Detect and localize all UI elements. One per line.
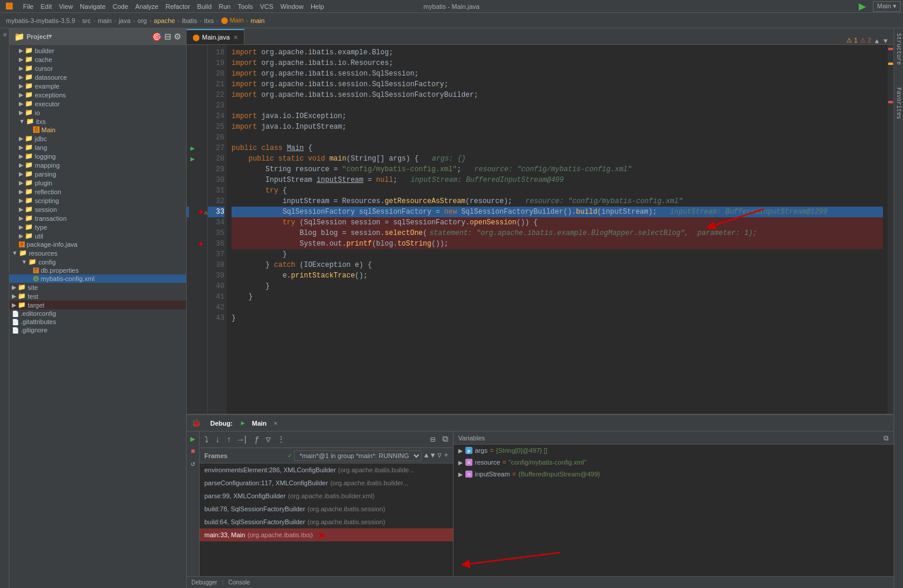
var-item-inputstream[interactable]: ▶ = inputStream = {BufferedInputStream@4… — [454, 468, 894, 480]
tree-item-main-java[interactable]: 🅶 Main — [9, 126, 186, 134]
tree-item-db-properties[interactable]: 🅿 db.properties — [9, 266, 186, 275]
breadcrumb-project[interactable]: mybatis-3-mybatis-3.5.9 — [6, 17, 75, 24]
menu-run[interactable]: Run — [215, 3, 234, 10]
frames-label: Frames — [204, 452, 227, 459]
project-collapse-icon[interactable]: ⊟ — [164, 32, 171, 41]
tree-item-jdbc[interactable]: ▶ 📁 jdbc — [9, 134, 186, 143]
filter-icon[interactable]: ▽ — [263, 433, 273, 446]
favorites-label[interactable]: Favorites — [895, 87, 902, 119]
lg-28[interactable]: ▶ — [187, 153, 198, 164]
tree-item-mapping[interactable]: ▶ 📁 mapping — [9, 161, 186, 169]
var-item-args[interactable]: ▶ p args = {String[0]@497} [] — [454, 445, 894, 456]
tree-item-editorconfig[interactable]: 📄 .editorconfig — [9, 309, 186, 318]
step-over-icon[interactable]: ⤵ — [202, 434, 211, 446]
debug-close-icon[interactable]: ✕ — [274, 420, 278, 427]
filter-frame-icon[interactable]: ▽ — [438, 451, 442, 460]
tree-item-config[interactable]: ▼ 📁 config — [9, 257, 186, 266]
menu-build[interactable]: Build — [194, 3, 215, 10]
tree-item-io[interactable]: ▶ 📁 io — [9, 108, 186, 117]
step-out-icon[interactable]: ↑ — [224, 434, 233, 446]
add-frame-icon[interactable]: + — [444, 452, 448, 460]
frame-item-5-active[interactable]: main:33, Main (org.apache.ibatis.itxs) ➤ — [200, 528, 453, 541]
tree-item-plugin[interactable]: ▶ 📁 plugin — [9, 178, 186, 187]
tab-main-java[interactable]: ⬤ Main.java ✕ — [187, 29, 245, 44]
tree-item-builder[interactable]: ▶ 📁 builder — [9, 46, 186, 55]
tree-item-example[interactable]: ▶ 📁 example — [9, 81, 186, 90]
structure-label[interactable]: Structure — [895, 33, 902, 65]
code-content[interactable]: import org.apache.ibatis.example.Blog; i… — [227, 45, 888, 414]
bp-33[interactable]: ● ⚠ — [198, 207, 207, 217]
lg-27[interactable]: ▶ — [187, 143, 198, 153]
tree-item-cache[interactable]: ▶ 📁 cache — [9, 55, 186, 64]
tree-item-target[interactable]: ▶ 📁 target — [9, 300, 186, 309]
menu-tools[interactable]: Tools — [234, 3, 256, 10]
frame-item-0[interactable]: environmentsElement:286, XMLConfigBuilde… — [200, 463, 453, 476]
debug-session-label[interactable]: Main — [247, 417, 272, 429]
tree-item-parsing[interactable]: ▶ 📁 parsing — [9, 169, 186, 178]
thread-up-icon[interactable]: ▲ — [424, 452, 428, 460]
menu-code[interactable]: Code — [109, 3, 132, 10]
frame-item-2[interactable]: parse:99, XMLConfigBuilder (org.apache.i… — [200, 489, 453, 502]
tree-item-test[interactable]: ▶ 📁 test — [9, 292, 186, 300]
menu-edit[interactable]: Edit — [37, 3, 56, 10]
var-item-resource[interactable]: ▶ = resource = "config/mybatis-config.xm… — [454, 456, 894, 468]
menu-bar: 🅰 File Edit View Navigate Code Analyze R… — [0, 0, 903, 13]
copy-icon[interactable]: ⧉ — [440, 433, 451, 446]
frame-item-1[interactable]: parseConfiguration:117, XMLConfigBuilder… — [200, 476, 453, 489]
frame-item-3[interactable]: build:78, SqlSessionFactoryBuilder (org.… — [200, 502, 453, 515]
bp-36[interactable]: ● — [198, 239, 207, 249]
menu-vcs[interactable]: VCS — [256, 3, 277, 10]
project-dropdown[interactable]: ▾ — [48, 32, 52, 40]
var-type-icon-resource: = — [465, 459, 472, 466]
tree-item-transaction[interactable]: ▶ 📁 transaction — [9, 214, 186, 223]
tree-item-gitattributes[interactable]: 📄 .gitattributes — [9, 318, 186, 326]
project-settings-icon[interactable]: ⚙ — [174, 32, 181, 41]
tree-item-reflection[interactable]: ▶ 📁 reflection — [9, 187, 186, 196]
tree-item-exceptions[interactable]: ▶ 📁 exceptions — [9, 90, 186, 99]
rerun-icon[interactable]: ↺ — [191, 459, 195, 468]
stop-icon[interactable]: ■ — [191, 447, 195, 456]
menu-refactor[interactable]: Refactor — [162, 3, 194, 10]
debug-tab-label[interactable]: Debug: — [206, 417, 237, 429]
project-panel: 📁 Project ▾ 🎯 ⊟ ⚙ ▶ 📁 builder — [9, 28, 187, 588]
thread-selector[interactable]: *main*@1 in group *main*: RUNNING — [294, 450, 422, 461]
menu-navigate[interactable]: Navigate — [76, 3, 109, 10]
active-frame-arrow: ➤ — [318, 530, 325, 541]
tree-item-lang[interactable]: ▶ 📁 lang — [9, 143, 186, 152]
tree-item-session[interactable]: ▶ 📁 session — [9, 205, 186, 214]
menu-view[interactable]: View — [56, 3, 77, 10]
tree-item-datasource[interactable]: ▶ 📁 datasource — [9, 73, 186, 81]
tree-item-logging[interactable]: ▶ 📁 logging — [9, 152, 186, 161]
tree-item-gitignore[interactable]: 📄 .gitignore — [9, 326, 186, 334]
thread-down-icon[interactable]: ▼ — [431, 452, 435, 460]
evaluate-icon[interactable]: ƒ — [252, 434, 262, 446]
chevron-up-icon[interactable]: ▲ — [873, 37, 880, 44]
menu-window[interactable]: Window — [277, 3, 307, 10]
tree-item-itxs[interactable]: ▼ 📁 itxs — [9, 117, 186, 126]
project-locate-icon[interactable]: 🎯 — [152, 32, 162, 41]
tree-item-site[interactable]: ▶ 📁 site — [9, 283, 186, 292]
debug-toolbar-right: ⊟ ⧉ — [428, 433, 451, 446]
layout-icon[interactable]: ⊟ — [428, 433, 438, 446]
tree-item-cursor[interactable]: ▶ 📁 cursor — [9, 64, 186, 73]
project-icon[interactable]: ≡ — [1, 33, 8, 37]
more-debug-icon[interactable]: ⋮ — [275, 433, 288, 446]
menu-help[interactable]: Help — [307, 3, 328, 10]
tree-item-mybatis-config[interactable]: 🅧 mybatis-config.xml — [9, 275, 186, 283]
tree-item-scripting[interactable]: ▶ 📁 scripting — [9, 196, 186, 205]
chevron-down-icon[interactable]: ▼ — [882, 37, 889, 44]
step-into-icon[interactable]: ↓ — [213, 434, 222, 446]
frame-item-4[interactable]: build:64, SqlSessionFactoryBuilder (org.… — [200, 515, 453, 528]
tree-item-type[interactable]: ▶ 📁 type — [9, 223, 186, 231]
menu-analyze[interactable]: Analyze — [132, 3, 162, 10]
tree-item-resources[interactable]: ▼ 📁 resources — [9, 249, 186, 257]
vars-copy-icon[interactable]: ⧉ — [884, 434, 889, 442]
run-config-dropdown[interactable]: Main ▾ — [873, 1, 901, 12]
tree-item-util[interactable]: ▶ 📁 util — [9, 231, 186, 240]
tree-item-package-info[interactable]: 🅱 package-info.java — [9, 240, 186, 249]
resume-icon[interactable]: ▶ — [190, 434, 195, 444]
tree-item-executor[interactable]: ▶ 📁 executor — [9, 99, 186, 108]
menu-file[interactable]: File — [19, 3, 37, 10]
tab-close-button[interactable]: ✕ — [233, 34, 238, 41]
run-cursor-icon[interactable]: →| — [236, 434, 250, 446]
